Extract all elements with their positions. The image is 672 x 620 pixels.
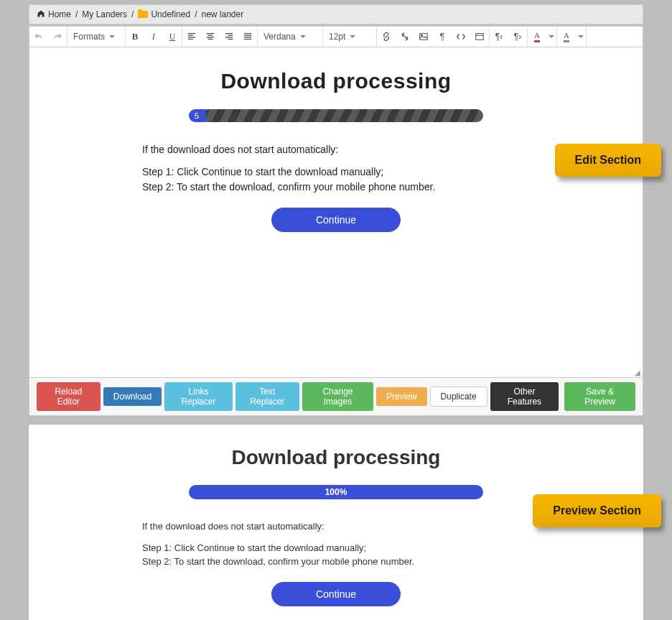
editor-canvas[interactable]: Download processing 5 If the download do… bbox=[29, 47, 643, 378]
lander-intro-text[interactable]: If the download does not start automatic… bbox=[142, 142, 530, 157]
align-justify-button[interactable] bbox=[238, 27, 257, 47]
redo-button[interactable] bbox=[48, 27, 67, 47]
preview-progress-bar: 100% bbox=[189, 485, 483, 499]
align-left-button[interactable] bbox=[182, 27, 201, 47]
change-images-button[interactable]: Change Images bbox=[302, 382, 373, 411]
lander-title[interactable]: Download processing bbox=[113, 69, 559, 93]
bg-color-dropdown[interactable] bbox=[576, 27, 586, 47]
preview-step2-text: Step 2: To start the download, confirm y… bbox=[142, 556, 414, 567]
progress-bar-track bbox=[202, 109, 483, 122]
breadcrumb: Home / My Landers / Undefined / new land… bbox=[29, 4, 643, 24]
download-button[interactable]: Download bbox=[103, 387, 162, 406]
bg-color-button[interactable]: A bbox=[557, 27, 576, 47]
editor-toolbar: Formats B I U Verdana 12pt ¶ ¶‹ bbox=[29, 26, 643, 47]
unlink-button[interactable] bbox=[396, 27, 414, 47]
folder-icon bbox=[138, 11, 148, 18]
preview-button[interactable]: Preview bbox=[376, 387, 427, 406]
duplicate-button[interactable]: Duplicate bbox=[430, 387, 487, 407]
breadcrumb-sep: / bbox=[131, 9, 134, 19]
chevron-down-icon bbox=[300, 35, 306, 41]
breadcrumb-folder[interactable]: Undefined bbox=[151, 9, 190, 19]
preview-section-callout: Preview Section bbox=[533, 494, 661, 527]
rtl-button[interactable]: ¶› bbox=[508, 27, 527, 47]
reload-editor-button[interactable]: Reload Editor bbox=[37, 382, 101, 411]
preview-continue-button[interactable]: Continue bbox=[271, 582, 401, 606]
paragraph-button[interactable]: ¶ bbox=[433, 27, 452, 47]
italic-button[interactable]: I bbox=[144, 27, 163, 47]
svg-rect-16 bbox=[420, 34, 428, 40]
image-button[interactable] bbox=[414, 27, 433, 47]
breadcrumb-current: new lander bbox=[201, 9, 243, 19]
home-icon bbox=[37, 9, 45, 19]
lander-step1-text[interactable]: Step 1: Click Continue to start the down… bbox=[142, 166, 383, 177]
insert-template-button[interactable] bbox=[470, 27, 489, 47]
edit-section-callout: Edit Section bbox=[555, 144, 661, 177]
font-family-dropdown[interactable]: Verdana bbox=[258, 27, 322, 47]
action-bar: Reload Editor Download Links Replacer Te… bbox=[29, 378, 643, 416]
links-replacer-button[interactable]: Links Replacer bbox=[164, 382, 232, 411]
chevron-down-icon bbox=[549, 35, 554, 41]
font-size-dropdown[interactable]: 12pt bbox=[323, 27, 376, 47]
breadcrumb-sep: / bbox=[195, 9, 197, 19]
underline-button[interactable]: U bbox=[163, 27, 182, 47]
link-button[interactable] bbox=[377, 27, 396, 47]
progress-value-badge: 5 bbox=[189, 109, 206, 122]
progress-bar[interactable]: 5 bbox=[189, 109, 483, 122]
formats-dropdown[interactable]: Formats bbox=[67, 27, 125, 47]
ltr-button[interactable]: ¶‹ bbox=[490, 27, 508, 47]
preview-step1-text: Step 1: Click Continue to start the down… bbox=[142, 542, 366, 553]
breadcrumb-landers[interactable]: My Landers bbox=[82, 9, 127, 19]
other-features-button[interactable]: Other Features bbox=[490, 382, 559, 411]
align-center-button[interactable] bbox=[201, 27, 220, 47]
breadcrumb-sep: / bbox=[75, 9, 78, 19]
lander-step2-text[interactable]: Step 2: To start the download, confirm y… bbox=[142, 181, 435, 193]
preview-title: Download processing bbox=[113, 446, 559, 469]
text-color-button[interactable]: A bbox=[528, 27, 546, 47]
undo-button[interactable] bbox=[29, 27, 48, 47]
chevron-down-icon bbox=[578, 35, 584, 41]
bold-button[interactable]: B bbox=[126, 27, 144, 47]
chevron-down-icon bbox=[109, 35, 115, 41]
svg-rect-18 bbox=[476, 34, 484, 40]
resize-handle[interactable]: ◢ bbox=[635, 369, 640, 376]
breadcrumb-home[interactable]: Home bbox=[48, 9, 71, 19]
text-replacer-button[interactable]: Text Replacer bbox=[235, 382, 299, 411]
source-code-button[interactable] bbox=[452, 27, 470, 47]
save-preview-button[interactable]: Save & Preview bbox=[564, 382, 635, 411]
preview-intro-text: If the download does not start automatic… bbox=[142, 519, 530, 534]
continue-button[interactable]: Continue bbox=[271, 208, 401, 232]
chevron-down-icon bbox=[350, 35, 355, 41]
text-color-dropdown[interactable] bbox=[546, 27, 556, 47]
align-right-button[interactable] bbox=[220, 27, 238, 47]
